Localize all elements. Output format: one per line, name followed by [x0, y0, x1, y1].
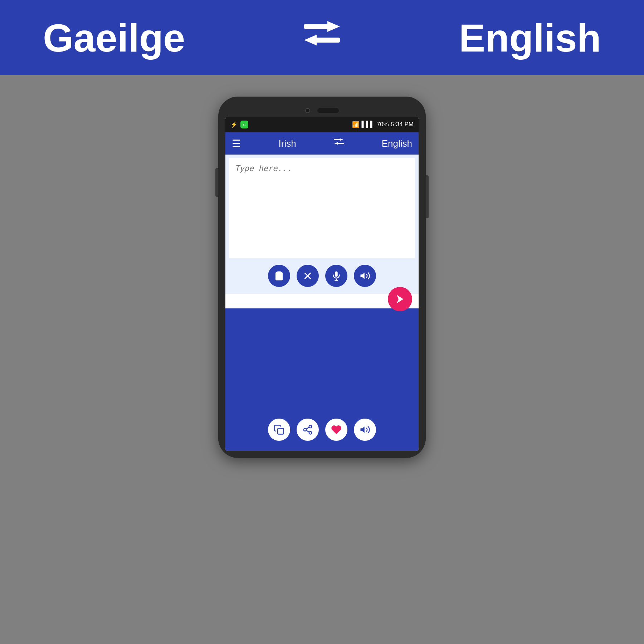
svg-marker-17	[397, 295, 404, 303]
translate-send-button[interactable]	[388, 287, 412, 311]
translation-output	[229, 312, 415, 412]
svg-line-22	[306, 430, 309, 432]
share-button[interactable]	[297, 419, 319, 441]
phone-wrapper: ⚡ G 📶 ▌▌▌ 70% 5:34 P	[218, 97, 426, 458]
earpiece	[317, 108, 339, 113]
status-right: 📶 ▌▌▌ 70% 5:34 PM	[352, 121, 414, 128]
svg-rect-10	[277, 272, 281, 273]
svg-rect-8	[337, 143, 344, 144]
svg-rect-18	[278, 428, 283, 434]
toolbar-swap-icon[interactable]	[334, 138, 344, 149]
phone-top-bar	[225, 104, 419, 117]
phone-device: ⚡ G 📶 ▌▌▌ 70% 5:34 P	[218, 97, 426, 458]
front-camera	[305, 108, 310, 113]
status-time: 5:34 PM	[391, 121, 414, 128]
banner-source-lang: Gaeilge	[43, 15, 185, 60]
translation-input[interactable]	[229, 158, 415, 258]
phone-screen: ⚡ G 📶 ▌▌▌ 70% 5:34 P	[225, 117, 419, 451]
speaker-button[interactable]	[354, 265, 376, 287]
fab-area	[225, 294, 419, 308]
status-bar: ⚡ G 📶 ▌▌▌ 70% 5:34 P	[225, 117, 419, 132]
app-notification-icon: G	[240, 121, 248, 128]
input-controls	[229, 260, 415, 291]
source-language-selector[interactable]: Irish	[279, 138, 296, 149]
svg-marker-1	[327, 21, 340, 32]
input-area	[225, 155, 419, 294]
svg-line-23	[306, 427, 309, 429]
svg-marker-9	[335, 142, 338, 145]
svg-marker-7	[340, 138, 343, 141]
svg-marker-24	[361, 426, 365, 433]
wifi-icon: 📶	[352, 121, 360, 128]
favorite-button[interactable]	[325, 419, 347, 441]
top-banner: Gaeilge English	[0, 0, 644, 75]
copy-output-button[interactable]	[268, 419, 290, 441]
usb-icon: ⚡	[230, 121, 238, 128]
power-button	[426, 175, 429, 218]
app-toolbar: ☰ Irish English	[225, 132, 419, 155]
status-left: ⚡ G	[230, 121, 248, 128]
output-area	[225, 308, 419, 451]
microphone-button[interactable]	[325, 265, 347, 287]
svg-rect-2	[315, 38, 340, 43]
svg-marker-3	[304, 35, 317, 45]
speaker-output-button[interactable]	[354, 419, 376, 441]
svg-marker-16	[361, 273, 365, 279]
battery-indicator: 70%	[377, 121, 389, 128]
svg-rect-6	[334, 139, 340, 140]
output-controls	[229, 412, 415, 447]
signal-icon: ▌▌▌	[362, 121, 375, 128]
banner-swap-icon[interactable]	[304, 15, 340, 60]
svg-text:G: G	[243, 123, 245, 127]
volume-button	[215, 168, 218, 197]
hamburger-menu-button[interactable]: ☰	[232, 138, 241, 150]
banner-target-lang: English	[459, 15, 601, 60]
svg-rect-13	[335, 272, 338, 277]
clipboard-button[interactable]	[268, 265, 290, 287]
clear-button[interactable]	[297, 265, 319, 287]
target-language-selector[interactable]: English	[382, 138, 412, 149]
svg-rect-0	[304, 24, 329, 29]
